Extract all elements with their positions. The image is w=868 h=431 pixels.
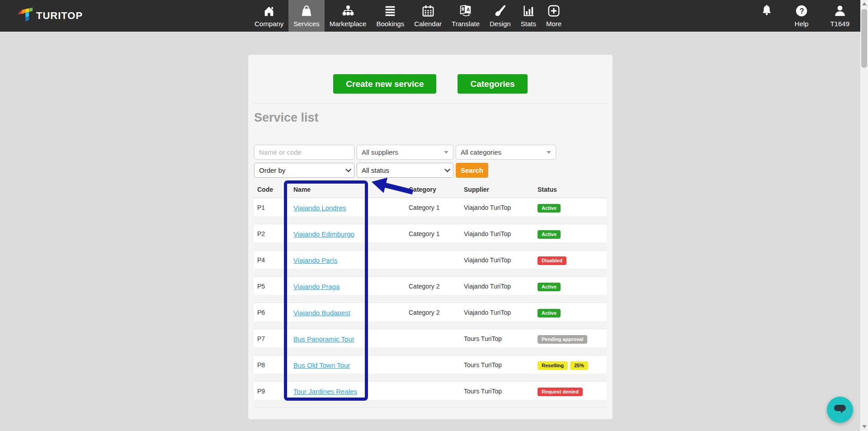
service-name-link[interactable]: Bus Panoramic Tour <box>293 335 354 343</box>
cell-category: Category 2 <box>406 277 461 303</box>
chevron-down-icon <box>547 151 551 154</box>
table-row: P8 Bus Old Town Tour Tours TuriTop Resel… <box>254 355 607 382</box>
scrollbar-up-arrow[interactable] <box>862 2 867 5</box>
paintbrush-icon <box>493 4 507 18</box>
status-badge: Active <box>538 309 561 317</box>
table-row: P1 Viajando Londres Category 1 Viajando … <box>254 198 607 224</box>
col-header-code: Code <box>254 183 290 198</box>
bell-icon <box>760 4 773 17</box>
scrollbar-down-arrow[interactable] <box>862 425 867 428</box>
cell-code: P2 <box>254 224 290 250</box>
toolbar: Create new service Categories <box>248 74 613 94</box>
cell-code: P4 <box>254 251 290 276</box>
svg-text:?: ? <box>800 7 804 15</box>
status-badge: Active <box>538 283 561 291</box>
nav-item-marketplace[interactable]: Marketplace <box>325 0 372 32</box>
turitop-logo-icon <box>17 6 33 26</box>
categories-dropdown[interactable]: All categories <box>456 145 556 160</box>
turitop-logo[interactable]: TURITOP <box>17 6 83 26</box>
cell-supplier: Tours TuriTop <box>461 382 534 407</box>
home-icon <box>262 4 276 18</box>
list-icon <box>383 4 397 18</box>
cell-supplier: Viajando TuriTop <box>461 277 534 303</box>
service-name-link[interactable]: Bus Old Town Tour <box>293 361 350 369</box>
cell-supplier: Viajando TuriTop <box>461 251 534 276</box>
create-new-service-button[interactable]: Create new service <box>333 74 436 94</box>
table-row: P9 Tour Jardines Reales Tours TuriTop Re… <box>254 382 607 408</box>
nav-item-more[interactable]: More <box>541 0 566 32</box>
status-badge: Request denied <box>538 388 583 396</box>
chevron-down-icon <box>345 166 351 172</box>
table-header: Code Name Category Supplier Status <box>254 183 607 198</box>
col-header-name: Name <box>290 183 406 198</box>
shopping-bag-icon <box>300 4 313 18</box>
chat-bubble-icon <box>833 403 847 417</box>
notifications-button[interactable] <box>755 0 778 32</box>
status-select[interactable]: All status <box>357 163 453 178</box>
cell-supplier: Viajando TuriTop <box>461 198 534 224</box>
service-name-link[interactable]: Viajando Edimburgo <box>293 230 354 238</box>
cell-code: P5 <box>254 277 290 303</box>
chevron-down-icon <box>444 166 450 172</box>
name-or-code-input[interactable] <box>254 145 354 160</box>
service-name-link[interactable]: Viajando Londres <box>293 204 346 212</box>
cell-code: P9 <box>254 382 290 407</box>
page-title: Service list <box>254 111 319 125</box>
service-list-card: Create new service Categories Service li… <box>248 55 613 419</box>
cell-code: P7 <box>254 329 290 355</box>
nav-item-stats[interactable]: Stats <box>516 0 541 32</box>
cell-supplier: Tours TuriTop <box>461 355 534 381</box>
cell-code: P6 <box>254 303 290 329</box>
translate-icon: A <box>459 4 472 18</box>
cell-category <box>406 355 461 381</box>
nav-item-calendar[interactable]: Calendar <box>409 0 447 32</box>
cell-category <box>406 251 461 276</box>
cell-supplier: Tours TuriTop <box>461 329 534 355</box>
col-header-supplier: Supplier <box>461 183 534 198</box>
service-name-link[interactable]: Viajando Praga <box>293 283 340 290</box>
divider <box>254 103 607 104</box>
chevron-down-icon <box>444 151 448 154</box>
status-badge: Disabled <box>538 256 566 265</box>
top-navbar: TURITOP Company Services <box>0 0 868 32</box>
service-name-link[interactable]: Viajando París <box>293 256 337 264</box>
status-badge: Active <box>538 204 561 213</box>
status-badge: Reselling <box>538 361 568 370</box>
sitemap-icon <box>341 4 355 18</box>
table-row: P2 Viajando Edimburgo Category 1 Viajand… <box>254 224 607 251</box>
service-table: Code Name Category Supplier Status P1 Vi… <box>254 183 607 408</box>
service-name-link[interactable]: Viajando Budapest <box>293 309 350 317</box>
table-row: P4 Viajando París Viajando TuriTop Disab… <box>254 251 607 277</box>
categories-button[interactable]: Categories <box>458 74 527 94</box>
service-name-link[interactable]: Tour Jardines Reales <box>293 388 357 395</box>
cell-category <box>406 382 461 407</box>
order-by-select[interactable]: Order by <box>254 163 354 178</box>
svg-text:A: A <box>467 7 470 12</box>
cell-category <box>406 329 461 355</box>
user-menu[interactable]: T1649 <box>825 0 854 32</box>
nav-item-company[interactable]: Company <box>250 0 288 32</box>
search-button[interactable]: Search <box>456 163 488 178</box>
nav-item-translate[interactable]: A Translate <box>447 0 485 32</box>
status-badge: Pending approval <box>538 335 587 344</box>
table-row: P5 Viajando Praga Category 2 Viajando Tu… <box>254 277 607 303</box>
help-button[interactable]: ? Help <box>790 0 814 32</box>
cell-category: Category 2 <box>406 303 461 329</box>
plus-icon <box>547 4 561 18</box>
nav-item-design[interactable]: Design <box>485 0 516 32</box>
col-header-category: Category <box>406 183 461 198</box>
user-icon <box>833 4 847 18</box>
cell-supplier: Viajando TuriTop <box>461 303 534 329</box>
nav-item-bookings[interactable]: Bookings <box>371 0 409 32</box>
nav-item-services[interactable]: Services <box>288 0 325 32</box>
chat-widget-button[interactable] <box>827 397 853 423</box>
help-icon: ? <box>795 4 808 18</box>
page-scrollbar <box>860 0 868 431</box>
logo-text: TURITOP <box>36 10 83 22</box>
table-row: P7 Bus Panoramic Tour Tours TuriTop Pend… <box>254 329 607 355</box>
main-nav: Company Services <box>250 0 566 32</box>
scrollbar-thumb[interactable] <box>861 9 867 68</box>
cell-code: P8 <box>254 355 290 381</box>
suppliers-dropdown[interactable]: All suppliers <box>357 145 453 160</box>
status-extra-badge: 25% <box>570 361 588 370</box>
